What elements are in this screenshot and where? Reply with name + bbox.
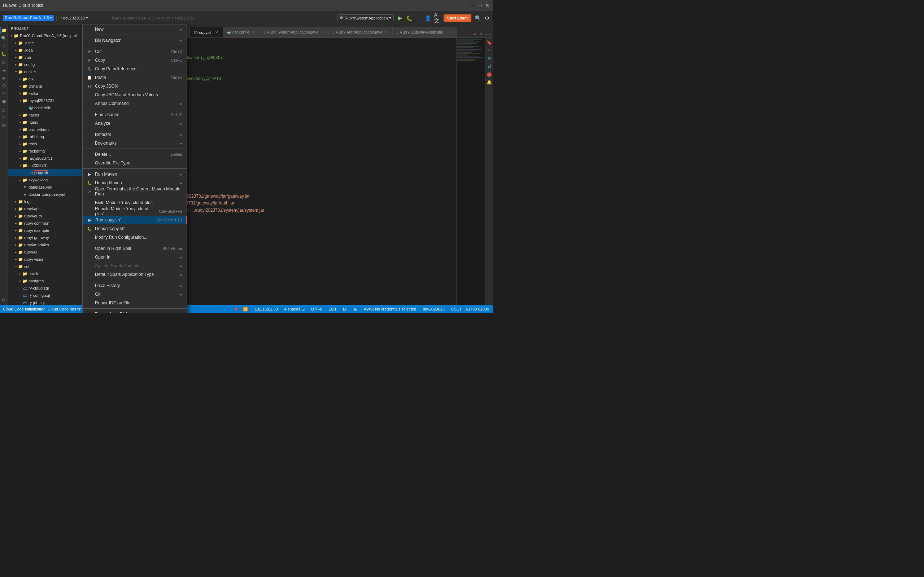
- profile-button[interactable]: 👤: [425, 15, 431, 21]
- menu-item-delete[interactable]: Delete...Delete: [82, 150, 187, 159]
- activity-explorer[interactable]: 📁: [0, 27, 8, 34]
- activity-git[interactable]: ⑂: [0, 43, 8, 50]
- activity-cloud[interactable]: ☁: [0, 66, 8, 74]
- more-button[interactable]: ⋯: [415, 15, 422, 21]
- bookmark-icon[interactable]: 🔖: [486, 39, 493, 46]
- tab-auth-app[interactable]: J RuoYiAuthApplication.java ✕: [329, 27, 393, 37]
- tree-item-ruoyi_modules[interactable]: ▸📁ruoyi-modules: [8, 241, 87, 248]
- menu-item-copy_json[interactable]: {}Copy JSON: [82, 82, 187, 90]
- tree-item-prometheus[interactable]: ▸📁prometheus: [8, 126, 87, 133]
- tree-item-logs[interactable]: ▸📁logs: [8, 198, 87, 205]
- tree-item-database_yml[interactable]: ≡database.yml: [8, 184, 87, 191]
- branch-selector[interactable]: ⑂ dev2023613 ▾: [60, 16, 89, 20]
- bell-icon[interactable]: 🔔: [486, 79, 493, 85]
- menu-item-paste[interactable]: 📋PasteCtrl+V: [82, 73, 187, 82]
- menu-item-modify_run[interactable]: Modify Run Configuration...: [82, 233, 187, 242]
- activity-extra1[interactable]: ◈: [0, 74, 8, 82]
- debug-button[interactable]: 🐛: [406, 15, 412, 21]
- status-branch[interactable]: dev2023613: [422, 307, 446, 311]
- menu-item-reload_disk[interactable]: ↻Reload from Disk: [82, 310, 187, 313]
- minimap[interactable]: [456, 38, 485, 305]
- menu-item-copy[interactable]: ⎘CopyCtrl+C: [82, 56, 187, 64]
- menu-item-find_usages[interactable]: Find UsagesCtrl+G: [82, 110, 187, 119]
- tree-item-copysh[interactable]: shcopy.sh: [8, 169, 87, 176]
- activity-extensions[interactable]: ⊞: [0, 58, 8, 66]
- status-ip[interactable]: 192.168.1.30: [254, 307, 279, 311]
- edit-icon[interactable]: ✏: [486, 47, 493, 54]
- tree-item-docker_compose[interactable]: ≡docker-compose.yml: [8, 191, 87, 198]
- tree-item-config[interactable]: ▸📁config: [8, 61, 87, 68]
- tree-item-postgres[interactable]: ▸📁postgres: [8, 277, 87, 285]
- tree-item-sh2023731[interactable]: ▾📁sh2023731: [8, 162, 87, 169]
- menu-item-git[interactable]: Git▸: [82, 290, 187, 298]
- tree-item-ruoyi_ui[interactable]: ▸📁ruoyi-ui: [8, 248, 87, 256]
- error-icon[interactable]: ⬤: [486, 71, 493, 77]
- tree-item-redis[interactable]: ▸📁redis: [8, 140, 87, 148]
- tree-item-ruoyi_visual[interactable]: ▸📁ruoyi-visual: [8, 256, 87, 263]
- menu-item-open_right_split[interactable]: Open in Right SplitShift+Enter: [82, 244, 187, 253]
- tree-item-idea[interactable]: ▸📁.idea: [8, 47, 87, 54]
- tree-item-kafka[interactable]: ▸📁kafka: [8, 90, 87, 97]
- maximize-button[interactable]: □: [477, 3, 483, 8]
- minimize-button[interactable]: —: [470, 3, 476, 8]
- menu-item-arthas[interactable]: Arthas Command▸: [82, 99, 187, 108]
- tree-item-ry_cloud_sql[interactable]: 🗃ry-cloud.sql: [8, 285, 87, 292]
- menu-item-local_history[interactable]: Local History▸: [82, 281, 187, 290]
- tree-item-elk[interactable]: ▸📁elk: [8, 76, 87, 82]
- tab-close-5[interactable]: ✕: [320, 29, 325, 35]
- status-windows[interactable]: ⊞: [353, 307, 359, 311]
- tree-item-nacos[interactable]: ▸📁nacos: [8, 111, 87, 119]
- tree-item-ruoyi_api[interactable]: ▸📁ruoyi-api: [8, 205, 87, 213]
- activity-extra3[interactable]: ⊕: [0, 90, 8, 97]
- tree-item-oracle[interactable]: ▸📁oracle: [8, 270, 87, 277]
- activity-debug[interactable]: 🐛: [0, 50, 8, 58]
- menu-item-run_copysh[interactable]: ▶Run 'copy.sh'Ctrl+Shift+F10: [82, 216, 187, 224]
- menu-item-build_module[interactable]: Build Module 'ruoyi-cloud-plus': [82, 198, 187, 207]
- run-config-selector[interactable]: ⚙ RuoYiSystemApplication ▾: [337, 15, 393, 21]
- tree-item-rocketmq[interactable]: ▸📁rocketmq: [8, 148, 87, 155]
- menu-item-rebuild_module[interactable]: Rebuild Module 'ruoyi-cloud-plus'Ctrl+Sh…: [82, 207, 187, 216]
- activity-extra6[interactable]: ◻: [0, 114, 8, 121]
- tree-item-ruoyi_common[interactable]: ▸📁ruoyi-common: [8, 220, 87, 227]
- sync-icon[interactable]: ⇄: [486, 63, 493, 69]
- tree-item-run[interactable]: ▸📁.run: [8, 54, 87, 61]
- status-wifi[interactable]: 📶: [242, 307, 249, 311]
- tree-item-skywalking[interactable]: ▸📁skywalking: [8, 176, 87, 184]
- activity-extra2[interactable]: ⬡: [0, 82, 8, 89]
- menu-item-default_spark[interactable]: Default Spark Application Type▸: [82, 270, 187, 279]
- tree-item-sql[interactable]: ▾📁sql: [8, 263, 87, 270]
- tree-item-ruoyi2023731[interactable]: ▸📁ruoyi2023731: [8, 155, 87, 162]
- status-aws[interactable]: AWS: No credentials selected: [363, 307, 417, 311]
- run-button[interactable]: ▶: [397, 15, 403, 21]
- menu-item-open_terminal[interactable]: >Open Terminal at the Current Maven Modu…: [82, 187, 187, 196]
- activity-search[interactable]: 🔍: [0, 35, 8, 42]
- tree-root[interactable]: ▾ 📁 RuoYi-Cloud-PlusA_1.5 [ruoyi-cl: [8, 32, 87, 39]
- activity-extra4[interactable]: ⬟: [0, 98, 8, 105]
- tree-item-mysql2023731[interactable]: ▾📁mysql2023731: [8, 97, 87, 104]
- tab-system-app[interactable]: J RuoYiSystemApplication.java ✕: [260, 27, 329, 37]
- refresh-icon[interactable]: ↻: [486, 55, 493, 62]
- tab-copysh[interactable]: sh copy.sh ✕: [190, 27, 223, 37]
- tab-close-7[interactable]: ✕: [448, 29, 453, 35]
- tree-item-ruoyi_gateway[interactable]: ▸📁ruoyi-gateway: [8, 234, 87, 241]
- tree-item-docker[interactable]: ▾📁docker: [8, 68, 87, 76]
- tree-item-grafana[interactable]: ▸📁grafana: [8, 82, 87, 90]
- tree-item-ruoyi_example[interactable]: ▸📁ruoyi-example: [8, 227, 87, 234]
- tab-scroll-left[interactable]: <: [472, 31, 478, 37]
- tab-close-3[interactable]: ✕: [214, 30, 219, 35]
- tab-scroll-right[interactable]: >: [478, 31, 484, 37]
- search-button[interactable]: 🔍: [474, 15, 481, 21]
- tree-item-ry_config_sql[interactable]: 🗃ry-config.sql: [8, 292, 87, 299]
- menu-item-override_type[interactable]: Override File Type: [82, 159, 187, 167]
- menu-item-debug_maven[interactable]: 🐛Debug Maven▸: [82, 179, 187, 187]
- menu-item-bookmarks[interactable]: Bookmarks▸: [82, 139, 187, 148]
- menu-item-analyze[interactable]: Analyze▸: [82, 119, 187, 128]
- tree-item-gitee[interactable]: ▸📁.gitee: [8, 39, 87, 47]
- tab-dockerfile[interactable]: 🐳 dockerfile ✕: [223, 27, 260, 37]
- status-encoding[interactable]: UTF-8: [310, 307, 323, 311]
- menu-item-repair_ide[interactable]: Repair IDE on File: [82, 298, 187, 307]
- menu-item-new[interactable]: New▸: [82, 25, 187, 34]
- close-button[interactable]: ✕: [485, 3, 490, 8]
- tab-more[interactable]: ⋯: [485, 31, 492, 37]
- project-selector[interactable]: RuoYi-Cloud-PlusA_1.5 ▾: [3, 15, 54, 21]
